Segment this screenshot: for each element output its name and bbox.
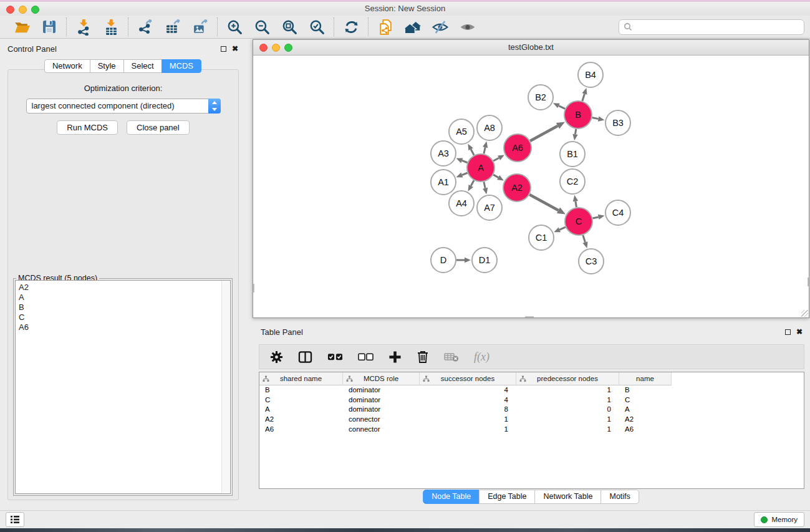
mcds-result-list[interactable]: A2ABCA6 [15,280,231,494]
float-panel-icon[interactable] [221,46,226,52]
graph-edge-A-A1[interactable] [462,173,468,175]
open-session-icon[interactable] [13,18,31,36]
table-cell[interactable]: A6 [259,425,343,435]
graph-edge-B-B3[interactable] [592,118,599,119]
tab-node-table[interactable]: Node Table [423,490,480,504]
graph-node-B3[interactable]: B3 [605,110,630,135]
table-cell[interactable]: B [619,385,672,395]
graph-edge-A-A8[interactable] [484,147,485,153]
tab-mcds[interactable]: MCDS [162,59,201,73]
export-image-icon[interactable] [191,18,209,36]
graph-node-D[interactable]: D [431,248,456,273]
optimization-criterion-dropdown[interactable]: largest connected component (directed) [26,99,221,114]
task-history-button[interactable] [6,512,24,527]
table-cell[interactable]: 1 [516,415,619,425]
table-cell[interactable]: dominator [343,385,420,395]
result-item[interactable]: C [19,312,230,322]
hide-panel-eye-slash-icon[interactable] [432,18,449,36]
graph-node-A4[interactable]: A4 [449,191,474,216]
table-cell[interactable]: dominator [343,395,420,405]
show-columns-icon[interactable] [298,351,312,364]
column-header-predecessor-nodes[interactable]: predecessor nodes [516,372,619,385]
graph-node-B2[interactable]: B2 [528,85,553,110]
table-cell[interactable]: A6 [619,425,672,435]
table-cell[interactable]: C [259,395,343,405]
table-cell[interactable]: A2 [259,415,343,425]
graph-node-A2[interactable]: A2 [503,174,531,201]
close-table-panel-icon[interactable]: ✖ [796,329,803,335]
column-header-MCDS-role[interactable]: MCDS role [343,372,420,385]
select-all-icon[interactable] [327,352,343,361]
table-row[interactable]: Adominator80A [259,405,804,415]
column-header-successor-nodes[interactable]: successor nodes [420,372,516,385]
toolbar-search[interactable] [619,19,804,35]
table-row[interactable]: A2connector11A2 [259,415,804,425]
save-session-icon[interactable] [41,18,58,36]
table-cell[interactable]: 1 [420,425,516,435]
graph-node-B1[interactable]: B1 [560,142,585,167]
graph-node-A1[interactable]: A1 [431,170,456,195]
table-cell[interactable]: 4 [420,395,516,405]
graph-node-A5[interactable]: A5 [449,119,474,144]
graph-node-A6[interactable]: A6 [504,134,531,162]
import-table-icon[interactable] [102,18,120,36]
graph-edge-B-B4[interactable] [582,94,585,102]
graph-edge-A2-C[interactable] [529,195,558,210]
table-cell[interactable]: 0 [516,405,619,415]
tab-select[interactable]: Select [123,59,162,73]
graph-edge-A-A2[interactable] [493,175,498,177]
table-cell[interactable]: 1 [420,415,516,425]
graph-edge-C-C1[interactable] [559,227,566,230]
search-input[interactable] [632,22,799,31]
graph-edge-A6-B[interactable] [530,126,557,141]
table-cell[interactable]: A [259,405,343,415]
graph-edge-A-A6[interactable] [493,158,499,161]
node-table[interactable]: shared nameMCDS rolesuccessor nodesprede… [259,372,804,489]
float-table-panel-icon[interactable] [785,329,791,335]
zoom-selected-icon[interactable] [308,18,325,36]
table-cell[interactable]: A [619,405,672,415]
export-table-icon[interactable] [164,18,181,36]
clone-network-icon[interactable] [377,18,394,36]
table-cell[interactable]: 8 [420,405,516,415]
refresh-icon[interactable] [342,18,360,36]
table-row[interactable]: A6connector11A6 [259,425,804,435]
table-cell[interactable]: B [259,385,343,395]
column-header-shared-name[interactable]: shared name [259,372,343,385]
tab-network-table[interactable]: Network Table [535,490,602,504]
zoom-out-icon[interactable] [253,18,271,36]
graph-edge-A-A5[interactable] [471,149,474,155]
v-scroll-nub[interactable] [253,284,254,293]
deselect-all-icon[interactable] [358,352,374,361]
tab-network[interactable]: Network [44,59,90,73]
graph-node-C3[interactable]: C3 [579,249,604,274]
graph-edge-C-C2[interactable] [576,201,577,208]
graph-edge-A-A7[interactable] [484,181,485,188]
result-item[interactable]: A6 [19,322,230,332]
memory-button[interactable]: Memory [754,512,804,527]
tab-motifs[interactable]: Motifs [600,490,639,504]
graph-node-C4[interactable]: C4 [605,200,630,225]
graph-node-A8[interactable]: A8 [477,115,502,140]
graph-node-C2[interactable]: C2 [560,169,585,194]
v-scroll-nub-right[interactable] [808,278,809,286]
resize-grip-icon[interactable] [801,310,808,317]
network-zoom-button[interactable] [284,44,292,52]
close-panel-button[interactable]: Close panel [127,120,190,135]
graph-node-B[interactable]: B [564,101,592,128]
result-item[interactable]: B [19,302,230,312]
zoom-in-icon[interactable] [226,18,243,36]
table-cell[interactable]: C [619,395,672,405]
graph-node-C[interactable]: C [565,208,592,235]
graph-node-D1[interactable]: D1 [472,248,497,273]
network-window-titlebar[interactable]: testGlobe.txt [253,40,809,56]
table-cell[interactable]: dominator [343,405,420,415]
table-cell[interactable]: A2 [619,415,672,425]
table-cell[interactable]: connector [343,415,420,425]
zoom-window-button[interactable] [31,6,39,14]
table-row[interactable]: Cdominator41C [259,395,804,405]
graph-edge-B-B2[interactable] [559,106,565,109]
graph-node-A7[interactable]: A7 [477,195,502,220]
graph-edge-A-A4[interactable] [471,180,474,186]
graph-node-C1[interactable]: C1 [529,225,554,250]
